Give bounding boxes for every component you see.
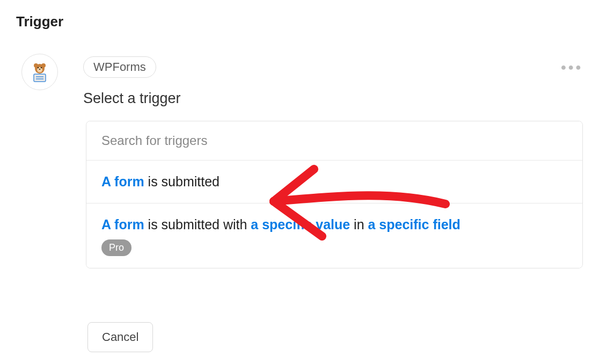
trigger-highlight: a specific field bbox=[368, 217, 461, 232]
svg-point-6 bbox=[39, 69, 41, 70]
page-title: Trigger bbox=[16, 13, 63, 30]
section-subtitle: Select a trigger bbox=[83, 90, 181, 107]
trigger-option-form-specific-value[interactable]: A form is submitted with a specific valu… bbox=[86, 203, 582, 268]
search-input[interactable] bbox=[101, 133, 567, 148]
trigger-text: is submitted with bbox=[144, 217, 251, 232]
trigger-option-form-submitted[interactable]: A form is submitted bbox=[86, 161, 582, 203]
trigger-highlight: A form bbox=[101, 174, 144, 189]
wpforms-bear-icon bbox=[29, 61, 50, 83]
more-options-icon[interactable]: ●●● bbox=[560, 62, 583, 73]
trigger-panel: A form is submitted A form is submitted … bbox=[86, 121, 583, 268]
app-icon bbox=[21, 54, 58, 90]
trigger-text: is submitted bbox=[144, 174, 220, 189]
trigger-highlight: A form bbox=[101, 217, 144, 232]
svg-rect-7 bbox=[34, 74, 46, 82]
pro-badge: Pro bbox=[101, 239, 132, 256]
trigger-text: in bbox=[350, 217, 368, 232]
svg-point-1 bbox=[34, 63, 38, 68]
svg-point-5 bbox=[41, 67, 42, 69]
cancel-button[interactable]: Cancel bbox=[87, 322, 153, 352]
svg-point-2 bbox=[41, 63, 46, 68]
search-row bbox=[86, 121, 582, 161]
integration-badge[interactable]: WPForms bbox=[83, 56, 156, 78]
header-row: WPForms ●●● bbox=[83, 56, 583, 78]
svg-point-4 bbox=[38, 67, 39, 69]
trigger-highlight: a specific value bbox=[251, 217, 350, 232]
